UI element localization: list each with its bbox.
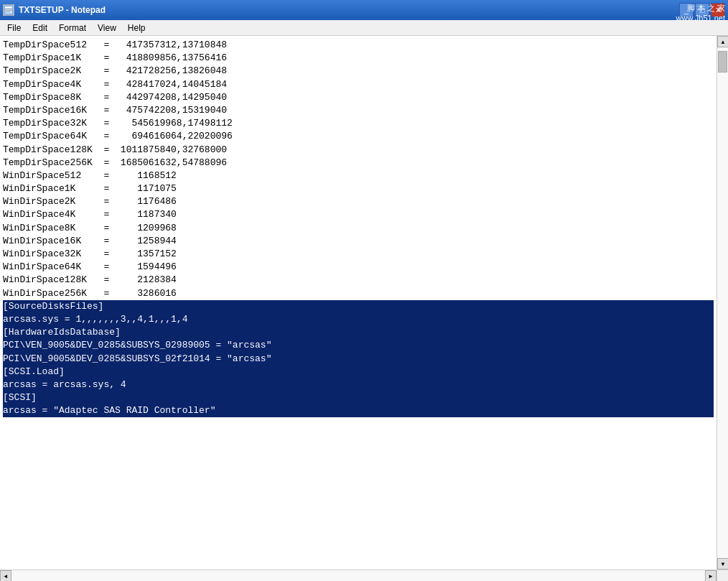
watermark-line1: 脚 本 之 家 xyxy=(676,3,725,13)
text-line: WinDirSpace512 = 1168512 xyxy=(3,169,714,182)
scroll-left-button[interactable]: ◄ xyxy=(0,570,11,581)
menu-item-file[interactable]: File xyxy=(1,20,27,35)
text-line: TempDirSpace256K = 1685061632,54788096 xyxy=(3,157,714,169)
content-area: TempDirSpace512 = 417357312,13710848Temp… xyxy=(0,36,728,581)
scroll-up-button[interactable]: ▲ xyxy=(717,36,728,47)
scroll-down-button[interactable]: ▼ xyxy=(717,558,728,570)
text-line: TempDirSpace16K = 475742208,15319040 xyxy=(3,104,714,117)
svg-rect-3 xyxy=(5,10,12,11)
watermark: 脚 本 之 家 www.Jb51.net xyxy=(676,3,725,24)
text-line: WinDirSpace2K = 1176486 xyxy=(3,195,714,208)
text-line: WinDirSpace128K = 2128384 xyxy=(3,274,714,287)
menu-item-view[interactable]: View xyxy=(92,20,122,35)
scroll-track-horizontal[interactable] xyxy=(11,570,705,581)
title-bar: TXTSETUP - Notepad 脚 本 之 家 www.Jb51.net … xyxy=(0,0,728,20)
title-left: TXTSETUP - Notepad xyxy=(3,4,106,16)
svg-rect-4 xyxy=(5,11,10,12)
text-line: TempDirSpace128K = 1011875840,32768000 xyxy=(3,144,714,157)
menu-item-help[interactable]: Help xyxy=(122,20,151,35)
text-line: TempDirSpace32K = 545619968,17498112 xyxy=(3,117,714,130)
scrollbar-corner xyxy=(717,570,728,581)
text-line: WinDirSpace8K = 1209968 xyxy=(3,222,714,235)
vertical-scrollbar[interactable]: ▲ ▼ xyxy=(717,36,728,570)
text-line: TempDirSpace8K = 442974208,14295040 xyxy=(3,91,714,104)
text-line: arcsas.sys = 1,,,,,,,3,,4,1,,,1,4 xyxy=(3,313,714,326)
text-line: [SCSI] xyxy=(3,391,714,404)
menu-item-edit[interactable]: Edit xyxy=(27,20,53,35)
editor[interactable]: TempDirSpace512 = 417357312,13710848Temp… xyxy=(0,36,728,581)
text-line: TempDirSpace4K = 428417024,14045184 xyxy=(3,78,714,91)
app-icon xyxy=(3,4,14,16)
text-line: WinDirSpace32K = 1357152 xyxy=(3,248,714,261)
text-content: TempDirSpace512 = 417357312,13710848Temp… xyxy=(0,36,717,570)
text-line: [HardwareIdsDatabase] xyxy=(3,326,714,339)
text-line: TempDirSpace1K = 418809856,13756416 xyxy=(3,52,714,65)
text-line: TempDirSpace512 = 417357312,13710848 xyxy=(3,39,714,52)
text-line: TempDirSpace2K = 421728256,13826048 xyxy=(3,65,714,78)
watermark-line2: www.Jb51.net xyxy=(676,13,725,23)
menu-item-format[interactable]: Format xyxy=(53,20,92,35)
scroll-right-button[interactable]: ► xyxy=(705,570,717,581)
text-line: WinDirSpace4K = 1187340 xyxy=(3,208,714,221)
text-line: arcsas = "Adaptec SAS RAID Controller" xyxy=(3,404,714,417)
text-line: WinDirSpace256K = 3286016 xyxy=(3,287,714,300)
text-line: WinDirSpace1K = 1171075 xyxy=(3,182,714,195)
menu-bar: FileEditFormatViewHelp xyxy=(0,20,728,36)
horizontal-scrollbar[interactable]: ◄ ► xyxy=(0,570,717,581)
text-line: WinDirSpace16K = 1258944 xyxy=(3,235,714,248)
text-line: TempDirSpace64K = 694616064,22020096 xyxy=(3,130,714,143)
title-text: TXTSETUP - Notepad xyxy=(19,5,106,15)
svg-rect-2 xyxy=(5,9,12,9)
text-line: WinDirSpace64K = 1594496 xyxy=(3,261,714,274)
scroll-thumb-vertical[interactable] xyxy=(718,51,727,73)
text-line: [SCSI.Load] xyxy=(3,366,714,378)
text-line: arcsas = arcsas.sys, 4 xyxy=(3,378,714,391)
svg-rect-1 xyxy=(5,6,12,8)
text-line: PCI\VEN_9005&DEV_0285&SUBSYS_02989005 = … xyxy=(3,339,714,352)
scroll-track-vertical[interactable] xyxy=(717,47,728,558)
text-line: PCI\VEN_9005&DEV_0285&SUBSYS_02f21014 = … xyxy=(3,353,714,366)
text-line: [SourceDisksFiles] xyxy=(3,300,714,313)
